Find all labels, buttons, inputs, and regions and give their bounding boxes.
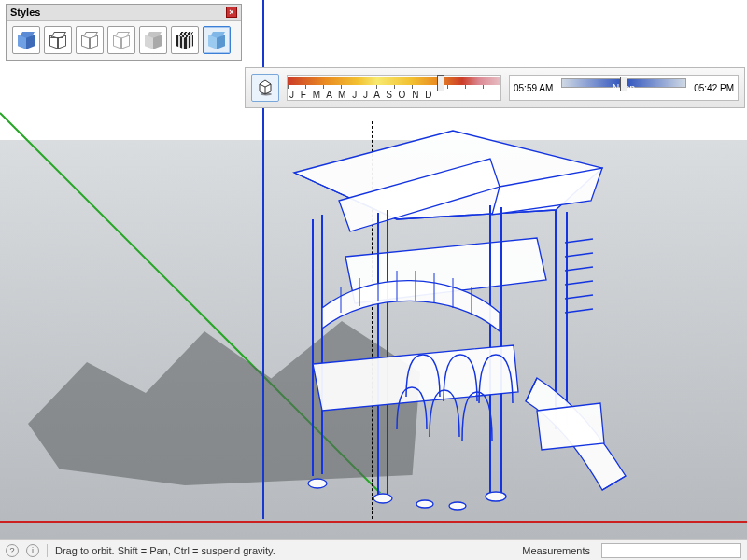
style-shaded-blue[interactable]: [12, 26, 40, 54]
status-hint: Drag to orbit. Shift = Pan, Ctrl = suspe…: [55, 545, 275, 556]
status-bar: ? i Drag to orbit. Shift = Pan, Ctrl = s…: [0, 539, 747, 560]
style-monochrome[interactable]: [107, 26, 135, 54]
status-divider-2: [514, 544, 514, 557]
time-start-label: 05:59 AM: [514, 83, 553, 93]
svg-point-35: [261, 93, 272, 96]
axis-vertical-dashed: [372, 121, 373, 519]
time-slider[interactable]: 05:59 AM Noon 05:42 PM: [509, 75, 739, 101]
measurements-label: Measurements: [522, 545, 594, 556]
style-xray-blue[interactable]: [203, 26, 231, 54]
axis-red: [0, 521, 747, 523]
shadows-toggle-button[interactable]: [251, 74, 279, 102]
cube-icon: [256, 77, 275, 98]
styles-toolbar-title: Styles: [10, 7, 40, 18]
time-end-label: 05:42 PM: [694, 83, 734, 93]
month-labels: J F M A M J J A S O N D: [288, 90, 500, 100]
measurements-input[interactable]: [601, 543, 741, 558]
close-icon[interactable]: ×: [226, 7, 237, 18]
status-divider: [47, 544, 48, 557]
month-ticks: [288, 85, 500, 89]
styles-toolbar-titlebar[interactable]: Styles ×: [7, 5, 241, 21]
info-icon[interactable]: i: [26, 544, 39, 557]
month-slider-knob[interactable]: [437, 75, 444, 91]
help-icon[interactable]: ?: [6, 544, 19, 557]
month-spectrum: [288, 77, 500, 85]
style-sketchy-stripes[interactable]: [171, 26, 199, 54]
shadows-toolbar: J F M A M J J A S O N D 05:59 AM Noon 05…: [245, 67, 745, 108]
styles-swatch-row: [7, 21, 241, 60]
month-slider[interactable]: J F M A M J J A S O N D: [287, 75, 501, 101]
style-wireframe[interactable]: [44, 26, 72, 54]
styles-toolbar[interactable]: Styles ×: [6, 4, 242, 61]
style-shaded-grey[interactable]: [139, 26, 167, 54]
ground-plane: [0, 140, 747, 539]
time-slider-knob[interactable]: [620, 77, 627, 91]
style-hidden-line[interactable]: [76, 26, 104, 54]
